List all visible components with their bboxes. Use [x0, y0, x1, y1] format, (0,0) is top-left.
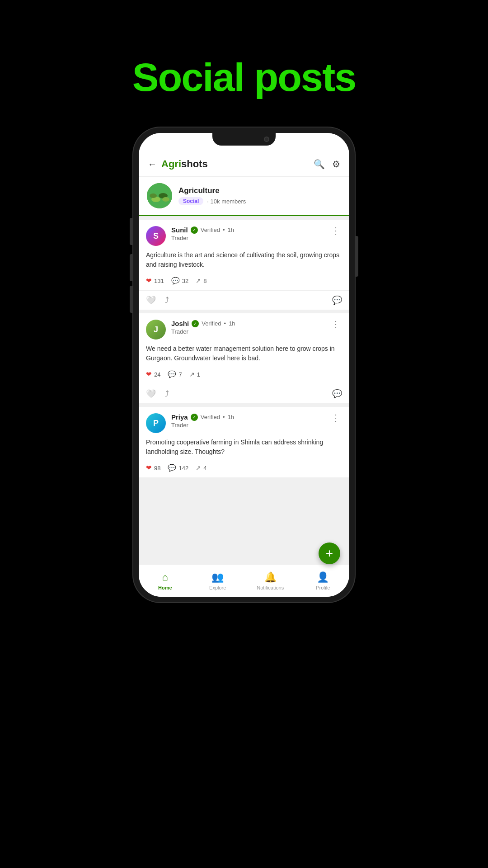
- post-username: Joshi: [171, 320, 189, 327]
- share-icon: ↗: [196, 464, 201, 472]
- back-icon[interactable]: ←: [148, 159, 157, 170]
- comment-icon: 💬: [168, 370, 176, 378]
- comment-action-btn[interactable]: 💬: [332, 389, 342, 399]
- like-action-btn[interactable]: 🤍: [146, 295, 156, 305]
- group-name: Agriculture: [178, 186, 341, 195]
- svg-point-3: [150, 193, 157, 198]
- stat-comments: 💬 142: [168, 464, 188, 472]
- stat-likes: ❤ 24: [146, 370, 160, 378]
- share-icon: ↗: [189, 371, 195, 378]
- app-name: Agrishots: [161, 158, 208, 170]
- post-time-dot: •: [224, 320, 226, 327]
- search-icon[interactable]: 🔍: [314, 159, 325, 170]
- post-avatar-joshi: J: [146, 320, 166, 340]
- post-actions: 🤍 ⤴ 💬: [139, 384, 349, 403]
- home-icon: ⌂: [162, 571, 168, 583]
- post-actions: 🤍 ⤴ 💬: [139, 290, 349, 310]
- feed: S Sunil ✓ Verified • 1h Trader ⋮ Agricul…: [139, 216, 349, 564]
- nav-item-home[interactable]: ⌂ Home: [139, 568, 192, 594]
- share-action-btn[interactable]: ⤴: [165, 296, 169, 305]
- shares-count: 1: [197, 371, 200, 378]
- comment-icon: 💬: [168, 464, 176, 472]
- post-username: Sunil: [171, 226, 188, 234]
- group-avatar: [147, 183, 172, 208]
- post-username: Priya: [171, 413, 188, 421]
- heart-icon: ❤: [146, 277, 152, 285]
- like-action-btn[interactable]: 🤍: [146, 389, 156, 399]
- stat-likes: ❤ 98: [146, 464, 160, 472]
- nav-label-home: Home: [158, 585, 172, 590]
- share-action-btn[interactable]: ⤴: [165, 389, 169, 399]
- post-meta: Joshi ✓ Verified • 1h Trader: [171, 320, 324, 335]
- notifications-icon: 🔔: [264, 571, 277, 583]
- stat-shares: ↗ 4: [196, 464, 206, 472]
- post-time: 1h: [228, 414, 234, 420]
- post-more-icon[interactable]: ⋮: [329, 226, 342, 235]
- nav-item-notifications[interactable]: 🔔 Notifications: [244, 568, 297, 594]
- post-stats: ❤ 24 💬 7 ↗ 1: [139, 368, 349, 384]
- nav-item-profile[interactable]: 👤 Profile: [297, 568, 350, 594]
- verified-icon: ✓: [191, 414, 198, 421]
- post-content: Agriculture is the art and science of cu…: [139, 250, 349, 275]
- notch-bar: [139, 133, 349, 152]
- comments-count: 7: [178, 371, 182, 378]
- post-card: S Sunil ✓ Verified • 1h Trader ⋮ Agricul…: [139, 220, 349, 310]
- post-time-dot: •: [223, 414, 225, 420]
- heart-icon: ❤: [146, 370, 152, 378]
- post-more-icon[interactable]: ⋮: [329, 413, 342, 422]
- comment-icon: 💬: [171, 277, 180, 285]
- group-members: · 10k members: [207, 198, 246, 205]
- comment-action-btn[interactable]: 💬: [332, 295, 342, 305]
- likes-count: 131: [154, 278, 164, 284]
- post-meta: Priya ✓ Verified • 1h Trader: [171, 413, 324, 429]
- group-info: Agriculture Social · 10k members: [139, 177, 349, 216]
- heart-icon: ❤: [146, 464, 152, 472]
- post-content: Promoting cooperative farming in Shimla …: [139, 438, 349, 462]
- nav-label-profile: Profile: [316, 585, 330, 590]
- post-card: P Priya ✓ Verified • 1h Trader ⋮ Promoti…: [139, 407, 349, 477]
- fab-button[interactable]: +: [319, 542, 340, 564]
- notch: [212, 133, 276, 146]
- stat-comments: 💬 32: [171, 277, 188, 285]
- nav-label-explore: Explore: [209, 585, 226, 590]
- shares-count: 8: [203, 278, 206, 284]
- post-role: Trader: [171, 422, 324, 429]
- notch-camera: [264, 137, 269, 142]
- nav-item-explore[interactable]: 👥 Explore: [192, 568, 244, 594]
- post-card: J Joshi ✓ Verified • 1h Trader ⋮ We need…: [139, 313, 349, 403]
- verified-icon: ✓: [192, 320, 199, 327]
- post-role: Trader: [171, 328, 324, 335]
- post-more-icon[interactable]: ⋮: [329, 320, 342, 329]
- page-title: Social posts: [132, 54, 356, 100]
- comments-count: 142: [178, 465, 188, 472]
- stat-likes: ❤ 131: [146, 277, 164, 285]
- post-verified-text: Verified: [201, 414, 220, 420]
- post-meta: Sunil ✓ Verified • 1h Trader: [171, 226, 324, 241]
- header-left: ← Agrishots: [148, 158, 208, 170]
- post-stats: ❤ 98 💬 142 ↗ 4: [139, 462, 349, 477]
- app-name-agri: Agri: [161, 158, 181, 170]
- settings-icon[interactable]: ⚙: [332, 159, 340, 170]
- comments-count: 32: [182, 278, 188, 284]
- post-header: J Joshi ✓ Verified • 1h Trader ⋮: [139, 313, 349, 344]
- group-details: Agriculture Social · 10k members: [178, 186, 341, 205]
- post-time-dot: •: [223, 226, 225, 233]
- group-tags: Social · 10k members: [178, 197, 341, 205]
- verified-icon: ✓: [191, 226, 198, 234]
- phone-screen: ← Agrishots 🔍 ⚙: [139, 133, 349, 597]
- likes-count: 98: [154, 465, 160, 472]
- post-verified-text: Verified: [202, 320, 221, 327]
- svg-point-4: [162, 197, 169, 202]
- likes-count: 24: [154, 371, 160, 378]
- post-avatar-sunil: S: [146, 226, 166, 246]
- post-user-line: Priya ✓ Verified • 1h: [171, 413, 324, 421]
- stat-comments: 💬 7: [168, 370, 182, 378]
- stat-shares: ↗ 1: [189, 371, 200, 378]
- phone-shell: ← Agrishots 🔍 ⚙: [133, 127, 355, 602]
- header-icons: 🔍 ⚙: [314, 159, 340, 170]
- post-role: Trader: [171, 235, 324, 241]
- bottom-nav: ⌂ Home 👥 Explore 🔔 Notifications 👤 Profi…: [139, 564, 349, 597]
- post-user-line: Joshi ✓ Verified • 1h: [171, 320, 324, 327]
- post-time: 1h: [229, 320, 235, 327]
- app-header: ← Agrishots 🔍 ⚙: [139, 152, 349, 177]
